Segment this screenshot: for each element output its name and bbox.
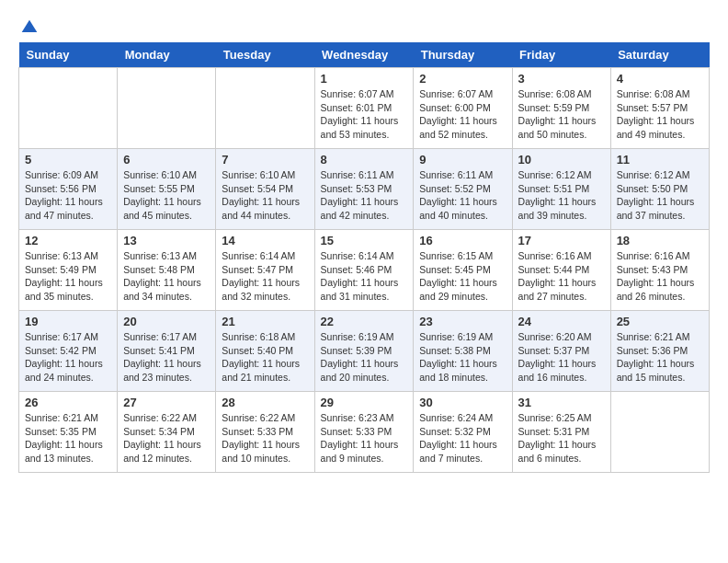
day-info: Sunrise: 6:20 AM Sunset: 5:37 PM Dayligh… [518, 330, 605, 385]
day-number: 18 [617, 234, 703, 247]
day-number: 28 [222, 396, 308, 409]
calendar-cell: 31Sunrise: 6:25 AM Sunset: 5:31 PM Dayli… [512, 392, 610, 473]
calendar-cell: 11Sunrise: 6:12 AM Sunset: 5:50 PM Dayli… [610, 149, 709, 230]
day-number: 6 [123, 153, 210, 167]
weekday-header: Monday [118, 42, 216, 68]
logo [18, 18, 39, 33]
day-info: Sunrise: 6:13 AM Sunset: 5:49 PM Dayligh… [25, 249, 111, 304]
day-info: Sunrise: 6:25 AM Sunset: 5:31 PM Dayligh… [518, 411, 605, 465]
calendar-cell: 19Sunrise: 6:17 AM Sunset: 5:42 PM Dayli… [19, 311, 118, 392]
weekday-header: Thursday [414, 42, 512, 68]
day-info: Sunrise: 6:08 AM Sunset: 5:57 PM Dayligh… [617, 87, 703, 142]
calendar-cell: 4Sunrise: 6:08 AM Sunset: 5:57 PM Daylig… [610, 68, 709, 149]
day-number: 27 [123, 396, 210, 409]
day-number: 4 [617, 72, 703, 86]
day-number: 14 [222, 234, 308, 247]
calendar-cell: 7Sunrise: 6:10 AM Sunset: 5:54 PM Daylig… [216, 149, 314, 230]
day-info: Sunrise: 6:18 AM Sunset: 5:40 PM Dayligh… [222, 330, 308, 385]
calendar-cell [19, 68, 118, 149]
day-info: Sunrise: 6:15 AM Sunset: 5:45 PM Dayligh… [419, 249, 506, 304]
day-info: Sunrise: 6:19 AM Sunset: 5:39 PM Dayligh… [321, 330, 408, 385]
calendar-cell: 2Sunrise: 6:07 AM Sunset: 6:00 PM Daylig… [414, 68, 512, 149]
day-number: 13 [123, 234, 210, 247]
day-info: Sunrise: 6:07 AM Sunset: 6:00 PM Dayligh… [419, 87, 506, 142]
svg-marker-0 [22, 20, 38, 32]
calendar-cell: 15Sunrise: 6:14 AM Sunset: 5:46 PM Dayli… [314, 230, 414, 311]
calendar-cell: 18Sunrise: 6:16 AM Sunset: 5:43 PM Dayli… [610, 230, 709, 311]
calendar-cell: 23Sunrise: 6:19 AM Sunset: 5:38 PM Dayli… [414, 311, 512, 392]
calendar-cell: 21Sunrise: 6:18 AM Sunset: 5:40 PM Dayli… [216, 311, 314, 392]
calendar-cell: 3Sunrise: 6:08 AM Sunset: 5:59 PM Daylig… [512, 68, 610, 149]
day-info: Sunrise: 6:17 AM Sunset: 5:42 PM Dayligh… [25, 330, 111, 385]
day-info: Sunrise: 6:09 AM Sunset: 5:56 PM Dayligh… [25, 168, 111, 223]
day-info: Sunrise: 6:12 AM Sunset: 5:51 PM Dayligh… [518, 168, 605, 223]
calendar-week-row: 12Sunrise: 6:13 AM Sunset: 5:49 PM Dayli… [19, 230, 710, 311]
day-info: Sunrise: 6:11 AM Sunset: 5:53 PM Dayligh… [321, 168, 408, 223]
calendar-cell: 17Sunrise: 6:16 AM Sunset: 5:44 PM Dayli… [512, 230, 610, 311]
calendar-cell: 5Sunrise: 6:09 AM Sunset: 5:56 PM Daylig… [19, 149, 118, 230]
calendar-week-row: 19Sunrise: 6:17 AM Sunset: 5:42 PM Dayli… [19, 311, 710, 392]
calendar-cell: 27Sunrise: 6:22 AM Sunset: 5:34 PM Dayli… [118, 392, 216, 473]
day-info: Sunrise: 6:22 AM Sunset: 5:33 PM Dayligh… [222, 411, 308, 465]
day-number: 20 [123, 315, 210, 328]
day-number: 26 [25, 396, 111, 409]
calendar-cell: 1Sunrise: 6:07 AM Sunset: 6:01 PM Daylig… [314, 68, 414, 149]
day-number: 17 [518, 234, 605, 247]
day-number: 5 [25, 153, 111, 167]
calendar-cell: 20Sunrise: 6:17 AM Sunset: 5:41 PM Dayli… [118, 311, 216, 392]
day-info: Sunrise: 6:24 AM Sunset: 5:32 PM Dayligh… [419, 411, 506, 465]
day-number: 7 [222, 153, 308, 167]
day-info: Sunrise: 6:16 AM Sunset: 5:43 PM Dayligh… [617, 249, 703, 304]
day-number: 1 [321, 72, 408, 86]
calendar-cell: 6Sunrise: 6:10 AM Sunset: 5:55 PM Daylig… [118, 149, 216, 230]
day-info: Sunrise: 6:13 AM Sunset: 5:48 PM Dayligh… [123, 249, 210, 304]
day-info: Sunrise: 6:19 AM Sunset: 5:38 PM Dayligh… [419, 330, 506, 385]
day-number: 25 [617, 315, 703, 328]
calendar-cell: 24Sunrise: 6:20 AM Sunset: 5:37 PM Dayli… [512, 311, 610, 392]
day-number: 15 [321, 234, 408, 247]
weekday-header: Saturday [610, 42, 709, 68]
day-info: Sunrise: 6:07 AM Sunset: 6:01 PM Dayligh… [321, 87, 408, 142]
calendar-cell [610, 392, 709, 473]
calendar-week-row: 5Sunrise: 6:09 AM Sunset: 5:56 PM Daylig… [19, 149, 710, 230]
logo-icon [20, 18, 39, 37]
day-info: Sunrise: 6:21 AM Sunset: 5:36 PM Dayligh… [617, 330, 703, 385]
calendar-cell: 22Sunrise: 6:19 AM Sunset: 5:39 PM Dayli… [314, 311, 414, 392]
day-number: 3 [518, 72, 605, 86]
day-info: Sunrise: 6:23 AM Sunset: 5:33 PM Dayligh… [321, 411, 408, 465]
day-number: 24 [518, 315, 605, 328]
calendar-week-row: 1Sunrise: 6:07 AM Sunset: 6:01 PM Daylig… [19, 68, 710, 149]
day-number: 23 [419, 315, 506, 328]
day-number: 2 [419, 72, 506, 86]
weekday-header: Tuesday [216, 42, 314, 68]
calendar-table: SundayMondayTuesdayWednesdayThursdayFrid… [18, 42, 710, 473]
weekday-header: Sunday [19, 42, 118, 68]
calendar-cell: 29Sunrise: 6:23 AM Sunset: 5:33 PM Dayli… [314, 392, 414, 473]
day-number: 12 [25, 234, 111, 247]
day-info: Sunrise: 6:21 AM Sunset: 5:35 PM Dayligh… [25, 411, 111, 465]
weekday-header: Friday [512, 42, 610, 68]
calendar-cell: 13Sunrise: 6:13 AM Sunset: 5:48 PM Dayli… [118, 230, 216, 311]
day-info: Sunrise: 6:16 AM Sunset: 5:44 PM Dayligh… [518, 249, 605, 304]
day-info: Sunrise: 6:12 AM Sunset: 5:50 PM Dayligh… [617, 168, 703, 223]
day-info: Sunrise: 6:14 AM Sunset: 5:47 PM Dayligh… [222, 249, 308, 304]
page-header [18, 18, 710, 33]
day-number: 19 [25, 315, 111, 328]
calendar-cell: 26Sunrise: 6:21 AM Sunset: 5:35 PM Dayli… [19, 392, 118, 473]
calendar-header-row: SundayMondayTuesdayWednesdayThursdayFrid… [19, 42, 710, 68]
day-info: Sunrise: 6:17 AM Sunset: 5:41 PM Dayligh… [123, 330, 210, 385]
day-number: 10 [518, 153, 605, 167]
day-info: Sunrise: 6:14 AM Sunset: 5:46 PM Dayligh… [321, 249, 408, 304]
calendar-week-row: 26Sunrise: 6:21 AM Sunset: 5:35 PM Dayli… [19, 392, 710, 473]
day-number: 21 [222, 315, 308, 328]
weekday-header: Wednesday [314, 42, 414, 68]
calendar-cell: 12Sunrise: 6:13 AM Sunset: 5:49 PM Dayli… [19, 230, 118, 311]
day-number: 22 [321, 315, 408, 328]
day-number: 30 [419, 396, 506, 409]
day-number: 9 [419, 153, 506, 167]
day-number: 31 [518, 396, 605, 409]
day-number: 29 [321, 396, 408, 409]
calendar-cell: 16Sunrise: 6:15 AM Sunset: 5:45 PM Dayli… [414, 230, 512, 311]
day-number: 11 [617, 153, 703, 167]
day-info: Sunrise: 6:10 AM Sunset: 5:54 PM Dayligh… [222, 168, 308, 223]
